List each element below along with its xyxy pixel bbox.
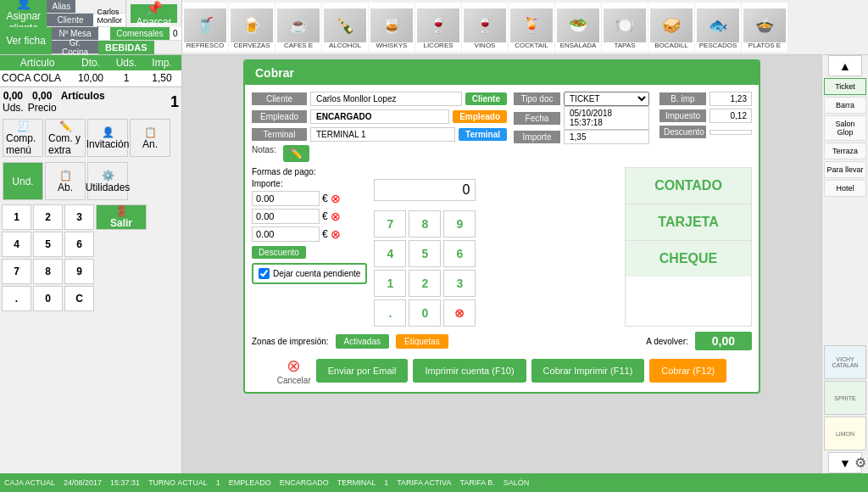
tab-para-llevar[interactable]: Para llevar <box>824 161 866 178</box>
ver-ficha-button[interactable]: Ver ficha <box>0 27 52 54</box>
zonas-row: Zonas de impresión: Activadas Etiquetas … <box>252 332 752 350</box>
com-extra-button[interactable]: ✏️ Com. y extra <box>45 119 86 157</box>
category-ensalada[interactable]: 🥗ENSALADA <box>555 3 602 52</box>
tipodoc-row: Tipo doc TICKET <box>514 92 649 106</box>
vichy-label: VICHYCATALAN <box>832 356 858 368</box>
category-cervezas[interactable]: 🍺CERVEZAS <box>229 3 275 52</box>
numpad-dot[interactable]: . <box>2 286 31 311</box>
importe-input-1[interactable] <box>252 191 320 206</box>
numpad-6[interactable]: 6 <box>64 232 94 257</box>
pay-numpad: 0 7 8 9 4 <box>374 179 476 327</box>
remove-btn-1[interactable]: ⊗ <box>331 192 341 205</box>
aparcar-button[interactable]: 📌 Aparcar <box>131 4 177 23</box>
pay-numpad-7[interactable]: 7 <box>374 210 406 238</box>
category-tapas[interactable]: 🍽️TAPAS <box>602 3 648 52</box>
cobrar-imprimir-button[interactable]: Cobrar Imprimir (F11) <box>531 359 645 383</box>
numpad-3[interactable]: 3 <box>64 204 94 230</box>
tipodoc-select[interactable]: TICKET <box>564 92 649 106</box>
invitacion-button[interactable]: 👤 Invitación <box>87 119 128 157</box>
tab-barra[interactable]: Barra <box>824 97 866 114</box>
category-whiskys[interactable]: 🥃WHISKYS <box>369 3 415 52</box>
summary-row: 0,00 Uds. 0,00 Precio Artículos 1 <box>0 87 181 116</box>
numpad-1[interactable]: 1 <box>2 204 31 230</box>
ab-button[interactable]: 📋 Ab. <box>45 162 86 200</box>
numpad-2[interactable]: 2 <box>33 204 63 230</box>
an-button[interactable]: 📋 An. <box>130 119 170 157</box>
cobrar-button[interactable]: Cobrar (F12) <box>649 359 726 383</box>
tarjeta-button[interactable]: TARJETA <box>626 204 751 241</box>
imprimir-button[interactable]: Imprimir cuenta (F10) <box>413 359 526 383</box>
category-label: VINOS <box>475 42 496 50</box>
category-platos-e[interactable]: 🍲PLATOS E <box>742 3 788 52</box>
category-cafes-e[interactable]: ☕CAFES E <box>275 3 322 52</box>
und-button[interactable]: Und. <box>3 162 43 200</box>
tab-terraza[interactable]: Terraza <box>824 143 866 159</box>
comp-menu-button[interactable]: 🧾 Comp. menú <box>3 119 43 157</box>
scroll-up-button[interactable]: ▲ <box>828 55 862 76</box>
cancel-area[interactable]: ⊗ Cancelar <box>277 355 311 385</box>
bimp-row: B. imp 1,23 <box>659 92 752 106</box>
cheque-button[interactable]: CHEQUE <box>626 241 751 277</box>
sprite-image: SPRITE <box>824 381 866 415</box>
pay-numpad-5[interactable]: 5 <box>409 240 441 267</box>
category-refresco[interactable]: 🥤REFRESCO <box>182 3 229 52</box>
empleado-badge[interactable]: Empleado <box>453 110 507 123</box>
pay-numpad-8[interactable]: 8 <box>409 210 441 238</box>
gear-icon[interactable]: ⚙ <box>854 455 866 471</box>
descuento-button[interactable]: Descuento <box>252 246 306 259</box>
pay-numpad-del[interactable]: ⊗ <box>443 299 476 327</box>
numpad-7[interactable]: 7 <box>2 259 31 284</box>
utilidades-button[interactable]: ⚙️ Utilidades <box>87 162 128 200</box>
numpad-5[interactable]: 5 <box>33 232 63 257</box>
pay-numpad-9[interactable]: 9 <box>443 210 476 238</box>
numpad-9[interactable]: 9 <box>64 259 94 284</box>
category-licores[interactable]: 🍷LICORES <box>415 3 462 52</box>
alias-button[interactable]: Alias <box>47 0 75 13</box>
impuesto-label: Impuesto <box>659 109 706 122</box>
contado-button[interactable]: CONTADO <box>626 168 751 204</box>
pay-numpad-2[interactable]: 2 <box>409 270 441 297</box>
category-label: LICORES <box>423 42 453 50</box>
article-imp: 1,50 <box>144 72 180 84</box>
pendiente-checkbox[interactable] <box>259 268 270 279</box>
asignar-cliente-button[interactable]: 👤 Asignar cliente <box>0 0 47 27</box>
numpad-0[interactable]: 0 <box>33 286 63 311</box>
top-fields: Alias Cliente Carlos Monllor Lopez <box>47 0 125 27</box>
tab-hotel[interactable]: Hotel <box>824 180 866 197</box>
fecha-value: 05/10/2018 15:37:18 <box>564 106 649 130</box>
remove-btn-3[interactable]: ⊗ <box>331 227 341 241</box>
pay-numpad-dot[interactable]: . <box>374 299 406 327</box>
category-vinos[interactable]: 🍷VINOS <box>462 3 509 52</box>
terminal-badge[interactable]: Terminal <box>459 128 507 141</box>
numpad-c[interactable]: C <box>64 286 94 311</box>
notas-edit-button[interactable]: ✏️ <box>283 145 309 162</box>
cliente-row: Cliente Carlos Monllor Lopez <box>47 14 125 27</box>
pay-numpad-3[interactable]: 3 <box>443 270 476 297</box>
pay-numpad-row-3: 1 2 3 <box>374 270 476 297</box>
etiquetas-button[interactable]: Etiquetas <box>396 334 448 349</box>
importe-input-3[interactable] <box>252 226 320 242</box>
invitacion-icon: 👤 <box>102 126 114 138</box>
numpad-8[interactable]: 8 <box>33 259 63 284</box>
cliente-badge[interactable]: Cliente <box>465 92 507 105</box>
category-alcohol[interactable]: 🍾ALCOHOL <box>322 3 369 52</box>
category-icon: 🍹 <box>510 8 553 42</box>
pay-numpad-4[interactable]: 4 <box>374 240 406 267</box>
pay-numpad-1[interactable]: 1 <box>374 270 406 297</box>
category-bocadill[interactable]: 🥪BOCADILL <box>648 3 695 52</box>
tab-ticket[interactable]: Ticket <box>824 78 866 95</box>
salir-icon: 🚪 <box>115 205 128 217</box>
category-pescados[interactable]: 🐟PESCADOS <box>695 3 742 52</box>
enviar-email-button[interactable]: Enviar por Email <box>316 359 409 383</box>
fecha-label: Fecha <box>514 112 560 125</box>
numpad-row-2: 4 5 6 <box>2 232 180 257</box>
importe-input-2[interactable] <box>252 209 320 224</box>
pay-numpad-0[interactable]: 0 <box>409 299 441 327</box>
pay-numpad-6[interactable]: 6 <box>443 240 476 267</box>
category-cocktail[interactable]: 🍹COCKTAIL <box>509 3 555 52</box>
numpad-4[interactable]: 4 <box>2 232 31 257</box>
salir-button[interactable]: 🚪 Salir <box>96 204 147 230</box>
tab-salon[interactable]: Salon Glop <box>824 115 866 141</box>
activadas-button[interactable]: Activadas <box>336 334 389 349</box>
remove-btn-2[interactable]: ⊗ <box>331 210 341 223</box>
